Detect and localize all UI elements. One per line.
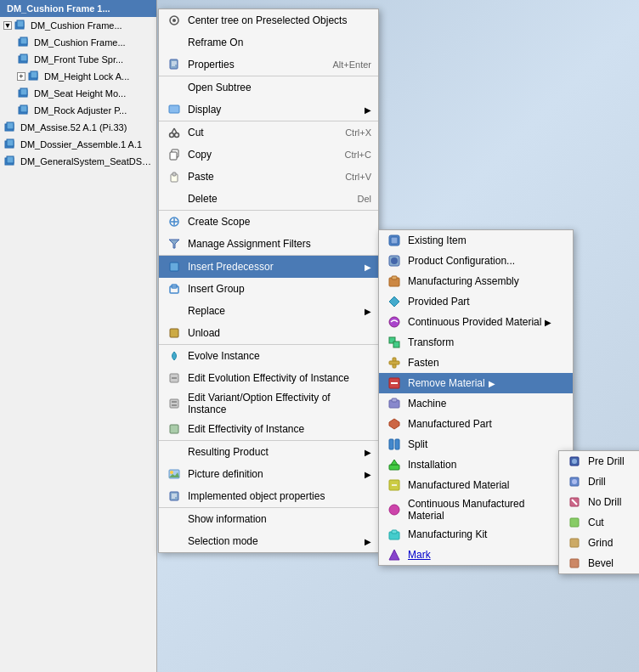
menu-item-edit-variant[interactable]: Edit Variant/Option Effectivity of Insta… (159, 389, 378, 418)
menu-item-label: Edit Evolution Effectivity of Instance (188, 372, 371, 384)
tree-item[interactable]: DM_Seat Height Mo... (0, 85, 156, 102)
expand-button[interactable]: + (17, 72, 25, 81)
sub-menu-item-product-config[interactable]: Product Configuration... (379, 251, 573, 271)
menu-item-cut[interactable]: Cut Ctrl+X (159, 121, 378, 144)
sub-menu-label: Remove Material (408, 377, 485, 389)
menu-item-insert-predecessor[interactable]: Insert Predecessor ▶ (159, 256, 378, 278)
arrow-icon: ▶ (365, 105, 371, 115)
cut-icon (166, 124, 183, 141)
sub-menu-label: Fasten (408, 357, 439, 369)
sub-menu-item-remove-material[interactable]: Remove Material ▶ (379, 373, 573, 393)
paste-icon (166, 168, 183, 185)
menu-item-selection-mode[interactable]: Selection mode ▶ (159, 530, 378, 552)
sub-menu-item-mfg-kit[interactable]: Manufacturing Kit (379, 524, 573, 545)
grind-icon (566, 535, 583, 551)
menu-item-delete[interactable]: Delete Del (159, 188, 378, 211)
insert-group-icon (166, 280, 183, 297)
sub-menu-item-mfg-material[interactable]: Manufactured Material (379, 475, 573, 495)
menu-item-edit-effectivity[interactable]: Edit Effectivity of Instance (159, 418, 378, 441)
sub-menu-item-existing[interactable]: Existing Item (379, 230, 573, 251)
tree-item[interactable]: DM_Rock Adjuster P... (0, 102, 156, 119)
svg-rect-17 (7, 156, 14, 163)
insert-predecessor-icon (166, 258, 183, 275)
menu-item-label: Replace (188, 305, 361, 317)
implemented-props-icon (166, 488, 183, 505)
menu-item-label: Insert Predecessor (188, 261, 361, 273)
drill-icon (566, 474, 583, 489)
svg-point-82 (572, 459, 577, 464)
tree-item[interactable]: DM_Dossier_Assemble.1 A.1 (0, 136, 156, 153)
svg-rect-11 (20, 105, 27, 112)
sub-menu-label: Manufactured Material (408, 479, 509, 491)
menu-item-implemented-props[interactable]: Implemented object properties (159, 485, 378, 508)
menu-item-edit-evolution[interactable]: Edit Evolution Effectivity of Instance (159, 367, 378, 389)
menu-item-replace[interactable]: Replace ▶ (159, 300, 378, 322)
sub-menu-item-split[interactable]: Split (379, 434, 573, 455)
sub-menu-label: Pre Drill (588, 455, 625, 467)
menu-item-copy[interactable]: Copy Ctrl+C (159, 144, 378, 166)
evolve-instance-icon (166, 347, 183, 364)
sub-menu-item-mfg-part[interactable]: Manufactured Part (379, 414, 573, 434)
menu-item-picture-def[interactable]: Picture definition ▶ (159, 463, 378, 485)
sub-menu-item-cont-prov-material[interactable]: Continuous Provided Material ▶ (379, 312, 573, 332)
menu-item-label: Open Subtree (188, 82, 371, 93)
sub-menu-label: Machine (408, 398, 446, 409)
sub-menu-item-provided-part[interactable]: Provided Part (379, 291, 573, 312)
svg-rect-87 (570, 518, 579, 527)
menu-item-unload[interactable]: Unload (159, 322, 378, 345)
sub-menu-label: Manufacturing Assembly (408, 275, 519, 287)
svg-point-61 (389, 317, 399, 327)
menu-item-evolve-instance[interactable]: Evolve Instance (159, 345, 378, 367)
menu-item-open-subtree[interactable]: Open Subtree (159, 76, 378, 99)
sub-menu-item-fasten[interactable]: Fasten (379, 353, 573, 373)
fasten-icon (386, 355, 403, 370)
sub-menu-item-mfg-assembly[interactable]: Manufacturing Assembly (379, 271, 573, 291)
sub-menu-item-pre-drill[interactable]: Pre Drill (559, 451, 639, 472)
cut2-icon (566, 515, 583, 530)
svg-rect-3 (20, 37, 27, 44)
tree-label: DM_Assise.52 A.1 (Pi.33) (20, 122, 127, 133)
split-icon (386, 437, 403, 452)
svg-rect-72 (395, 439, 399, 449)
menu-item-insert-group[interactable]: Insert Group (159, 278, 378, 300)
sub-menu-item-drill[interactable]: Drill (559, 472, 639, 492)
sub-menu-item-grind[interactable]: Grind (559, 533, 639, 553)
pre-drill-icon (566, 454, 583, 469)
svg-rect-43 (170, 399, 178, 408)
sub-menu-item-cont-mfg-material[interactable]: Continuous Manufactured Material ▶ (379, 495, 573, 524)
sub-menu-item-installation[interactable]: Installation (379, 455, 573, 475)
edit-evolution-icon (166, 370, 183, 387)
arrow-icon: ▶ (545, 318, 551, 327)
svg-point-26 (175, 133, 179, 138)
menu-item-create-scope[interactable]: Create Scope (159, 211, 378, 233)
menu-item-manage-filters[interactable]: Manage Assignment Filters (159, 233, 378, 256)
tree-item[interactable]: DM_Assise.52 A.1 (Pi.33) (0, 119, 156, 136)
menu-item-display[interactable]: Display ▶ (159, 99, 378, 121)
tree-item[interactable]: DM_Front Tube Spr... (0, 51, 156, 68)
sub-menu-item-no-drill[interactable]: No Drill (559, 492, 639, 512)
arrow-icon: ▶ (365, 448, 371, 457)
existing-item-icon (386, 233, 403, 248)
tree-item[interactable]: + DM_Height Lock A... (0, 68, 156, 85)
menu-item-center-tree[interactable]: Center tree on Preselected Objects (159, 9, 378, 31)
expand-button[interactable]: ▼ (3, 21, 12, 30)
menu-item-paste[interactable]: Paste Ctrl+V (159, 166, 378, 188)
menu-item-resulting-product[interactable]: Resulting Product ▶ (159, 441, 378, 463)
menu-item-show-info[interactable]: Show information (159, 508, 378, 530)
menu-item-properties[interactable]: Properties Alt+Enter (159, 54, 378, 76)
svg-rect-30 (170, 152, 177, 160)
tree-item[interactable]: DM_GeneralSystem_SeatDS.8 A... (0, 153, 156, 170)
sub-menu-item-mark[interactable]: Mark (379, 545, 573, 565)
tree-label: DM_Cushion Frame... (31, 20, 122, 31)
tree-icon (3, 121, 17, 134)
tree-item[interactable]: DM_Cushion Frame... (0, 34, 156, 51)
menu-item-reframe[interactable]: Reframe On (159, 31, 378, 54)
sub-menu-item-cut[interactable]: Cut (559, 512, 639, 533)
sub-menu-item-machine[interactable]: Machine (379, 393, 573, 414)
menu-item-label: Display (188, 104, 361, 116)
tree-item[interactable]: ▼ DM_Cushion Frame... (0, 17, 156, 34)
svg-rect-1 (17, 20, 24, 27)
sub-menu-item-transform[interactable]: Transform (379, 332, 573, 353)
tree-label: DM_Front Tube Spr... (34, 54, 123, 65)
sub-menu-item-bevel[interactable]: Bevel (559, 553, 639, 573)
